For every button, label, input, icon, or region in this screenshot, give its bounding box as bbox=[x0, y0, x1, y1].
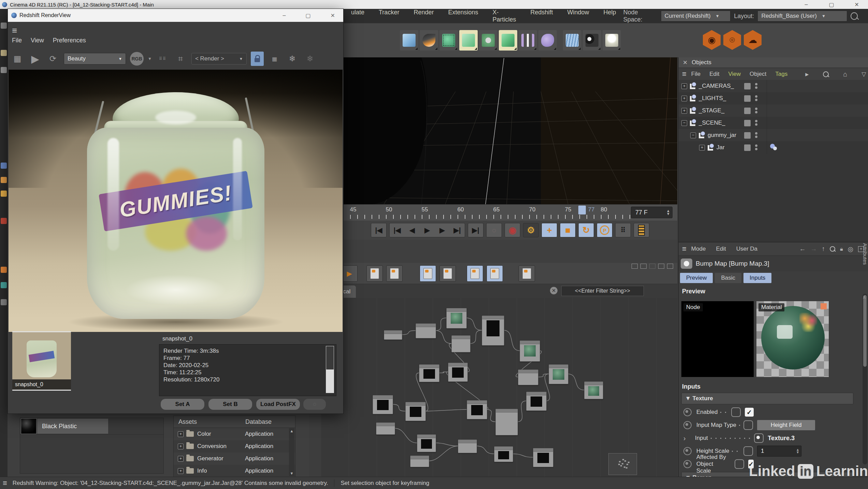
load-postfx-button[interactable]: Load PostFX bbox=[256, 399, 300, 410]
lock-icon[interactable] bbox=[251, 52, 264, 66]
shader-node[interactable] bbox=[448, 363, 468, 382]
target-icon[interactable]: ◎ bbox=[848, 245, 853, 253]
snowflake-dim-icon[interactable]: ❄ bbox=[303, 53, 317, 65]
layer-color-chip[interactable] bbox=[744, 83, 751, 89]
subdivision-surface-tool-icon[interactable] bbox=[439, 30, 458, 51]
select-wires-button-icon[interactable] bbox=[439, 265, 456, 282]
3d-viewport[interactable] bbox=[343, 57, 677, 204]
fields-tool-icon[interactable] bbox=[519, 30, 537, 51]
layer-color-chip[interactable] bbox=[744, 144, 751, 151]
visibility-dots[interactable] bbox=[755, 119, 757, 127]
visibility-dots[interactable] bbox=[755, 131, 757, 139]
left-toolbar-icon[interactable] bbox=[1, 299, 7, 305]
key-position-button[interactable]: + bbox=[541, 223, 557, 237]
lock-icon[interactable]: 🔒︎ bbox=[840, 246, 843, 252]
next-frame-button[interactable]: ▶ bbox=[435, 223, 450, 237]
objects-menu-view[interactable]: View bbox=[728, 71, 741, 78]
asset-row-generator[interactable]: +GeneratorApplication bbox=[174, 452, 295, 465]
connect-nodes-button-icon[interactable] bbox=[487, 265, 503, 282]
database-column-header[interactable]: Database bbox=[245, 418, 272, 425]
filter-input[interactable]: <<Enter Filter String>> bbox=[561, 286, 644, 296]
layer-color-chip[interactable] bbox=[744, 108, 751, 114]
start-render-icon[interactable]: ▶ bbox=[28, 53, 42, 65]
shader-node[interactable] bbox=[467, 400, 487, 419]
close-button[interactable]: ✕ bbox=[331, 12, 335, 19]
asset-name[interactable]: Info bbox=[197, 467, 245, 474]
shader-node[interactable] bbox=[520, 340, 540, 362]
object-name[interactable]: _SCENE_ bbox=[699, 120, 725, 126]
expander-icon[interactable]: + bbox=[178, 456, 184, 462]
menu-item-tracker[interactable]: Tracker bbox=[372, 9, 406, 23]
shader-node[interactable] bbox=[446, 308, 467, 329]
shader-node[interactable] bbox=[376, 422, 395, 435]
animation-dot-icon[interactable] bbox=[683, 408, 692, 416]
input-connection-value[interactable]: Texture.3 bbox=[768, 435, 795, 442]
crop-icon[interactable]: ⌗ bbox=[174, 53, 187, 65]
pen-tool-icon[interactable] bbox=[420, 30, 438, 51]
animation-dot-icon[interactable] bbox=[683, 421, 692, 429]
minimize-button[interactable]: – bbox=[803, 1, 809, 8]
attributes-menu-edit[interactable]: Edit bbox=[716, 246, 726, 252]
snowflake-icon[interactable]: ❄ bbox=[286, 53, 299, 65]
menu-item-extensions[interactable]: Extensions bbox=[441, 9, 485, 23]
expander-icon[interactable]: + bbox=[681, 108, 687, 114]
node-port-icon[interactable] bbox=[735, 459, 744, 469]
menu-item-render[interactable]: Render bbox=[406, 9, 441, 23]
key-scale-button[interactable]: ■ bbox=[560, 223, 576, 237]
object-name[interactable]: _CAMERAS_ bbox=[699, 83, 734, 89]
chevron-down-icon[interactable]: ▼ bbox=[148, 56, 152, 61]
next-key-button[interactable]: ▶| bbox=[450, 223, 465, 237]
shader-node[interactable] bbox=[410, 456, 429, 467]
renderview-titlebar[interactable]: Redshift RenderView – ▢ ✕ bbox=[8, 9, 343, 22]
layout-dropdown[interactable]: Redshift_Base (User)▼ bbox=[757, 11, 847, 22]
frame-spinner[interactable]: ▲▼ bbox=[666, 209, 670, 215]
pass-dropdown[interactable]: Beauty▼ bbox=[64, 53, 126, 65]
renderview-menu-file[interactable]: File bbox=[12, 37, 22, 44]
shader-node[interactable] bbox=[373, 395, 393, 414]
renderview-menu-view[interactable]: View bbox=[31, 37, 44, 44]
minimize-button[interactable]: – bbox=[283, 12, 286, 19]
visibility-dots[interactable] bbox=[755, 107, 757, 114]
renderview-menu-preferences[interactable]: Preferences bbox=[53, 37, 86, 44]
shader-node[interactable] bbox=[458, 439, 477, 453]
object-name[interactable]: _LIGHTS_ bbox=[699, 95, 726, 102]
run-button-icon[interactable]: ▶ bbox=[341, 265, 358, 282]
volume-tool-icon[interactable] bbox=[538, 30, 557, 51]
menu-item-redshift[interactable]: Redshift bbox=[523, 9, 560, 23]
object-tree-row-_lights_[interactable]: +_LIGHTS_ bbox=[679, 92, 868, 104]
layer-color-chip[interactable] bbox=[744, 132, 751, 139]
left-toolbar-icon[interactable] bbox=[1, 191, 7, 197]
shader-node[interactable] bbox=[518, 369, 538, 385]
up-arrow-icon[interactable]: ↑ bbox=[822, 245, 825, 253]
hamburger-icon[interactable]: ≡ bbox=[682, 244, 686, 253]
search-icon[interactable] bbox=[830, 246, 835, 252]
shader-node[interactable] bbox=[417, 434, 436, 452]
asset-row-info[interactable]: +InfoApplication bbox=[174, 465, 295, 477]
left-toolbar-icon[interactable] bbox=[1, 163, 7, 169]
panel-layout-icons[interactable] bbox=[632, 264, 673, 269]
set-b-button[interactable]: Set B bbox=[208, 399, 252, 410]
shader-node[interactable] bbox=[526, 392, 547, 411]
texture-group-header[interactable]: ▼ Texture bbox=[681, 393, 853, 404]
material-preview[interactable]: Material bbox=[756, 301, 829, 377]
keyframe-settings-button[interactable]: ⚙ bbox=[523, 223, 539, 237]
node-preview[interactable]: Node bbox=[681, 301, 754, 377]
shader-node[interactable] bbox=[482, 316, 504, 346]
menu-item-help[interactable]: Help bbox=[596, 9, 623, 23]
node-graph-canvas[interactable] bbox=[321, 298, 677, 477]
menu-item-window[interactable]: Window bbox=[560, 9, 596, 23]
left-toolbar-icon[interactable] bbox=[1, 23, 7, 29]
asset-name[interactable]: Generator bbox=[197, 455, 245, 462]
asset-row-color[interactable]: +ColorApplication bbox=[174, 428, 295, 440]
asset-name[interactable]: Conversion bbox=[197, 443, 245, 450]
expander-icon[interactable]: + bbox=[178, 468, 184, 474]
tab-basic[interactable]: Basic bbox=[715, 273, 741, 283]
attributes-menu-userda[interactable]: User Da bbox=[736, 246, 757, 252]
maximize-button[interactable]: ▢ bbox=[828, 1, 835, 8]
left-toolbar-icon[interactable] bbox=[1, 177, 7, 183]
tab-preview[interactable]: Preview bbox=[680, 273, 713, 283]
asset-name[interactable]: Color bbox=[197, 431, 245, 437]
shader-node[interactable] bbox=[419, 364, 439, 382]
menu-item-ulate[interactable]: ulate bbox=[344, 9, 372, 23]
attributes-menu-mode[interactable]: Mode bbox=[691, 246, 706, 252]
